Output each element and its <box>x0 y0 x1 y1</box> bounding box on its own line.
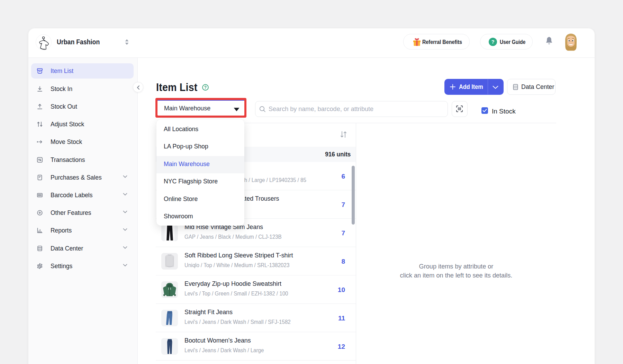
svg-text:?: ? <box>491 39 494 45</box>
svg-text:?: ? <box>204 85 207 90</box>
